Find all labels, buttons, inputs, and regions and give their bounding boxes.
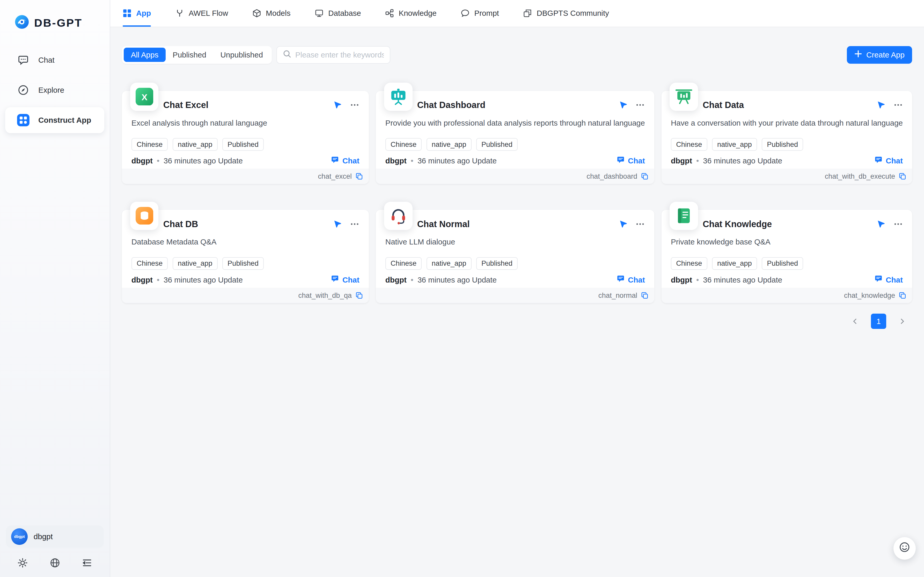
more-icon[interactable] bbox=[893, 100, 903, 110]
app-owner: dbgpt bbox=[671, 156, 692, 165]
app-scene-name: chat_excel bbox=[318, 172, 352, 181]
copy-icon[interactable] bbox=[641, 172, 649, 180]
sidebar-item-construct-app[interactable]: Construct App bbox=[5, 107, 104, 133]
tab-models[interactable]: Models bbox=[252, 0, 291, 27]
tab-knowledge[interactable]: Knowledge bbox=[385, 0, 437, 27]
meta-dot: • bbox=[696, 156, 699, 165]
chat-button[interactable]: Chat bbox=[874, 274, 903, 285]
more-icon[interactable] bbox=[350, 219, 359, 229]
top-navigation: App AWEL Flow Models bbox=[110, 0, 924, 27]
copy-icon[interactable] bbox=[898, 172, 906, 180]
tag-status: Published bbox=[222, 257, 264, 270]
pagination-next-button[interactable] bbox=[895, 314, 910, 329]
copy-icon[interactable] bbox=[355, 172, 363, 180]
construct-app-icon bbox=[17, 114, 29, 126]
app-card-chat-dashboard[interactable]: Chat Dashboard Provide you with professi… bbox=[376, 91, 654, 184]
tag-language: Chinese bbox=[386, 257, 422, 270]
app-card-chat-knowledge[interactable]: Chat Knowledge Private knowledge base Q&… bbox=[662, 210, 912, 303]
app-scene-name: chat_with_db_qa bbox=[298, 291, 352, 300]
chat-button[interactable]: Chat bbox=[874, 156, 903, 166]
tab-app[interactable]: App bbox=[123, 0, 151, 27]
collapse-menu-icon[interactable] bbox=[82, 558, 92, 568]
chat-message-icon bbox=[616, 156, 625, 166]
app-scene-name: chat_knowledge bbox=[844, 291, 895, 300]
tag-type: native_app bbox=[173, 138, 218, 151]
avatar: dbgpt bbox=[11, 528, 28, 545]
app-card-chat-db[interactable]: Chat DB Database Metadata Q&A Chines bbox=[122, 210, 369, 303]
pointer-share-icon[interactable] bbox=[619, 101, 627, 109]
user-profile[interactable]: dbgpt dbgpt bbox=[6, 525, 104, 548]
sidebar-menu: Chat Explore bbox=[0, 47, 110, 133]
app-owner: dbgpt bbox=[386, 156, 407, 165]
app-updated: 36 minutes ago Update bbox=[703, 276, 782, 284]
filter-unpublished[interactable]: Unpublished bbox=[213, 48, 270, 62]
tag-status: Published bbox=[476, 257, 517, 270]
app-tags: Chinese native_app Published bbox=[662, 138, 912, 151]
dbgpt-app: DB-GPT Chat Explore bbox=[0, 0, 924, 577]
meta-dot: • bbox=[411, 156, 413, 165]
more-icon[interactable] bbox=[635, 219, 645, 229]
more-icon[interactable] bbox=[350, 100, 359, 110]
sidebar-footer-icons bbox=[6, 548, 104, 571]
app-card-chat-data[interactable]: Chat Data Have a conversation with your … bbox=[662, 91, 912, 184]
share-nodes-icon bbox=[385, 9, 394, 18]
app-owner: dbgpt bbox=[386, 276, 407, 284]
app-card-chat-normal[interactable]: Chat Normal Native LLM dialogue Chin bbox=[376, 210, 654, 303]
more-icon[interactable] bbox=[893, 219, 903, 229]
app-scene-name: chat_normal bbox=[598, 291, 637, 300]
tag-status: Published bbox=[476, 138, 517, 151]
flow-fork-icon bbox=[175, 9, 184, 18]
search-input[interactable] bbox=[295, 50, 384, 59]
app-tags: Chinese native_app Published bbox=[122, 257, 369, 270]
packages-icon bbox=[523, 9, 532, 18]
sidebar-item-chat[interactable]: Chat bbox=[5, 47, 104, 73]
theme-sun-icon[interactable] bbox=[18, 558, 28, 568]
app-card-chat-excel[interactable]: X Chat Excel bbox=[122, 91, 369, 184]
app-updated: 36 minutes ago Update bbox=[164, 156, 243, 165]
app-owner: dbgpt bbox=[132, 276, 153, 284]
copy-icon[interactable] bbox=[355, 292, 363, 300]
app-scene-name: chat_with_db_execute bbox=[825, 172, 895, 181]
create-app-button[interactable]: Create App bbox=[847, 46, 912, 64]
pagination-page-1[interactable]: 1 bbox=[871, 314, 886, 329]
chat-button[interactable]: Chat bbox=[616, 156, 645, 166]
chat-button[interactable]: Chat bbox=[331, 156, 359, 166]
filter-published[interactable]: Published bbox=[166, 48, 214, 62]
app-updated: 36 minutes ago Update bbox=[164, 276, 243, 284]
pointer-share-icon[interactable] bbox=[333, 101, 342, 109]
filter-all-apps[interactable]: All Apps bbox=[124, 48, 166, 62]
globe-icon[interactable] bbox=[50, 558, 60, 568]
pointer-share-icon[interactable] bbox=[877, 101, 885, 109]
chat-button-label: Chat bbox=[886, 276, 903, 284]
tab-database[interactable]: Database bbox=[315, 0, 361, 27]
sidebar-item-label: Construct App bbox=[38, 116, 91, 124]
app-tags: Chinese native_app Published bbox=[122, 138, 369, 151]
excel-app-icon: X bbox=[130, 82, 158, 111]
tab-prompt[interactable]: Prompt bbox=[461, 0, 499, 27]
chat-message-icon bbox=[874, 274, 883, 285]
tag-language: Chinese bbox=[386, 138, 422, 151]
sidebar-item-explore[interactable]: Explore bbox=[5, 77, 104, 103]
chat-button[interactable]: Chat bbox=[331, 274, 359, 285]
feedback-fab[interactable] bbox=[893, 537, 916, 560]
tab-awel-flow[interactable]: AWEL Flow bbox=[175, 0, 228, 27]
pagination-prev-button[interactable] bbox=[847, 314, 863, 329]
more-icon[interactable] bbox=[635, 100, 645, 110]
app-tags: Chinese native_app Published bbox=[662, 257, 912, 270]
pointer-share-icon[interactable] bbox=[619, 220, 627, 228]
tab-dbgpts-community[interactable]: DBGPTS Community bbox=[523, 0, 609, 27]
svg-text:X: X bbox=[141, 92, 147, 102]
sidebar-item-label: Explore bbox=[38, 86, 64, 95]
copy-icon[interactable] bbox=[898, 292, 906, 300]
tag-language: Chinese bbox=[132, 257, 168, 270]
tag-type: native_app bbox=[427, 257, 472, 270]
pointer-share-icon[interactable] bbox=[333, 220, 342, 228]
chat-message-icon bbox=[616, 274, 625, 285]
app-title: Chat Data bbox=[703, 100, 744, 110]
copy-icon[interactable] bbox=[641, 292, 649, 300]
chat-button[interactable]: Chat bbox=[616, 274, 645, 285]
tab-label: Models bbox=[266, 9, 291, 18]
app-tags: Chinese native_app Published bbox=[376, 257, 654, 270]
chat-button-label: Chat bbox=[628, 156, 645, 165]
pointer-share-icon[interactable] bbox=[877, 220, 885, 228]
